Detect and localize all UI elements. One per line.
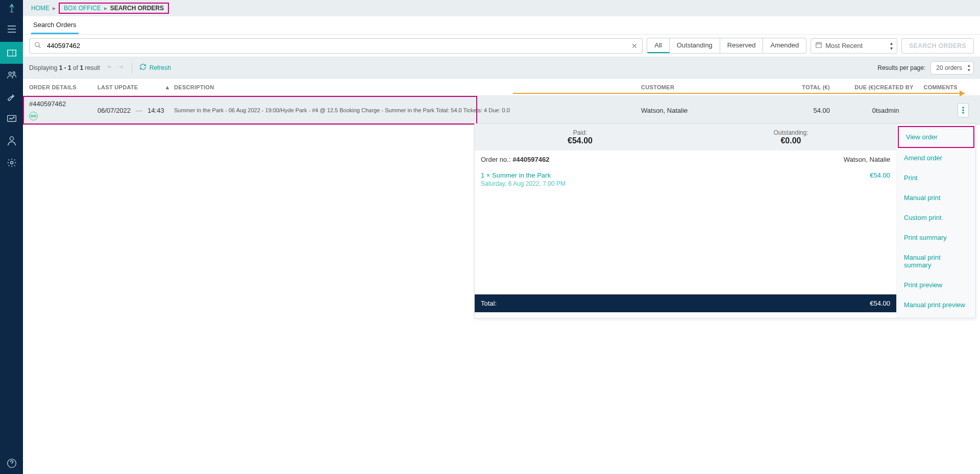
order-time: 14:43 [148, 107, 164, 114]
table-header: ORDER DETAILS LAST UPDATE▲ DESCRIPTION C… [23, 79, 980, 96]
menu-view-order[interactable]: View order [898, 126, 974, 148]
order-customer: Watson, Natalie [641, 107, 799, 114]
breadcrumb-sep: ▸ [53, 5, 56, 12]
menu-print-summary[interactable]: Print summary [897, 228, 975, 247]
search-input[interactable] [29, 38, 643, 54]
popover-summary: Paid: €54.00 Outstanding: €0.00 [475, 124, 896, 151]
paid-label: Paid: [479, 129, 681, 136]
search-toolbar: ✕ All Outstanding Reserved Amended Most … [23, 35, 980, 57]
breadcrumb-box-office[interactable]: BOX OFFICE [64, 5, 101, 12]
dash-separator: — [136, 107, 142, 114]
popover-order-row: Order no.: #440597462 Watson, Natalie [475, 151, 896, 168]
order-popover: Paid: €54.00 Outstanding: €0.00 Order no… [474, 123, 976, 318]
line-item-price: €54.00 [870, 171, 890, 179]
page-next-icon[interactable] [117, 64, 125, 71]
filter-reserved[interactable]: Reserved [720, 38, 764, 53]
order-no-value: #440597462 [512, 156, 549, 163]
line-item-subtext: Saturday, 6 Aug 2022, 7:00 PM [475, 180, 896, 192]
svg-point-4 [10, 136, 13, 140]
order-total: 54.00 [799, 107, 830, 114]
page-tabs: Search Orders [23, 16, 980, 35]
ticket-status-icon: BB [29, 112, 38, 120]
svg-point-7 [35, 42, 39, 46]
line-item-name: 1 × Summer in the Park [481, 171, 551, 179]
refresh-button[interactable]: Refresh [139, 63, 171, 72]
nav-customers-icon[interactable] [0, 64, 23, 86]
order-id: #440597462 [29, 100, 97, 108]
svg-point-0 [9, 72, 11, 74]
chevrons-vertical-icon: ▴▾ [968, 63, 970, 72]
sort-asc-icon: ▲ [164, 84, 170, 90]
order-description: Summer in the Park - 06 Aug 2022 - 19:00… [174, 107, 641, 113]
menu-custom-print[interactable]: Custom print [897, 208, 975, 228]
tab-search-orders[interactable]: Search Orders [31, 17, 79, 34]
hamburger-menu-icon[interactable] [0, 16, 23, 42]
results-header: Displaying 1 - 1 of 1 result Refresh Res… [23, 57, 980, 79]
svg-point-11 [963, 112, 964, 114]
column-description[interactable]: DESCRIPTION [174, 84, 641, 90]
order-due: 0 [830, 107, 876, 114]
popover-total-row: Total: €54.00 [475, 294, 896, 312]
results-per-page-label: Results per page: [877, 64, 925, 71]
column-last-update[interactable]: LAST UPDATE▲ [97, 84, 174, 90]
menu-amend-order[interactable]: Amend order [897, 148, 975, 168]
popover-customer: Watson, Natalie [844, 156, 890, 163]
column-order-details[interactable]: ORDER DETAILS [29, 84, 97, 90]
results-count-text: Displaying 1 - 1 of 1 result [29, 64, 100, 71]
order-no-label: Order no.: [481, 156, 512, 163]
menu-manual-print-preview[interactable]: Manual print preview [897, 295, 975, 315]
refresh-label: Refresh [150, 64, 171, 71]
sort-dropdown[interactable]: Most Recent ▴▾ [811, 38, 897, 54]
sort-label: Most Recent [825, 42, 863, 49]
svg-rect-8 [816, 43, 822, 47]
chevrons-vertical-icon: ▴▾ [890, 41, 893, 51]
total-label: Total: [481, 300, 497, 307]
column-due[interactable]: DUE (€) [830, 84, 876, 90]
svg-point-5 [10, 161, 13, 164]
table-row[interactable]: #440597462 BB 06/07/2022 — 14:43 Summer … [23, 96, 980, 125]
total-value: €54.00 [870, 300, 890, 307]
outstanding-value: €0.00 [690, 136, 892, 145]
nav-reports-icon[interactable] [0, 108, 23, 130]
paid-value: €54.00 [479, 136, 681, 145]
app-logo [0, 0, 23, 16]
svg-point-3 [13, 116, 14, 117]
menu-manual-print-summary[interactable]: Manual print summary [897, 247, 975, 275]
svg-point-9 [963, 107, 964, 109]
order-date: 06/07/2022 [97, 107, 131, 114]
filter-amended[interactable]: Amended [763, 38, 806, 53]
nav-settings-icon[interactable] [0, 152, 23, 173]
popover-actions-menu: View order Amend order Print Manual prin… [896, 124, 975, 318]
results-per-page-select[interactable]: 20 orders ▴▾ [930, 61, 974, 74]
column-created-by[interactable]: CREATED BY [876, 84, 919, 90]
filter-all[interactable]: All [647, 38, 669, 53]
nav-help-icon[interactable] [0, 452, 23, 474]
main-content: HOME ▸ BOX OFFICE ▸ SEARCH ORDERS Search… [23, 0, 980, 474]
page-prev-icon[interactable] [106, 64, 113, 71]
menu-print[interactable]: Print [897, 168, 975, 188]
column-comments[interactable]: COMMENTS [919, 84, 958, 90]
clear-search-icon[interactable]: ✕ [631, 42, 638, 50]
nav-tickets-icon[interactable] [0, 42, 23, 64]
row-actions-menu-icon[interactable] [958, 103, 969, 117]
order-created-by: tsadmin [876, 107, 919, 114]
filter-tabs: All Outstanding Reserved Amended [647, 38, 806, 54]
nav-tools-icon[interactable] [0, 86, 23, 108]
svg-rect-2 [7, 115, 16, 121]
column-customer[interactable]: CUSTOMER [641, 84, 799, 90]
menu-manual-print[interactable]: Manual print [897, 188, 975, 208]
menu-print-preview[interactable]: Print preview [897, 275, 975, 295]
popover-line-item[interactable]: 1 × Summer in the Park €54.00 [475, 168, 896, 180]
refresh-icon [139, 63, 146, 72]
breadcrumb-current: SEARCH ORDERS [110, 5, 164, 12]
search-icon [34, 41, 41, 50]
breadcrumb-home[interactable]: HOME [31, 5, 50, 12]
nav-profile-icon[interactable] [0, 130, 23, 152]
search-orders-button[interactable]: SEARCH ORDERS [901, 38, 974, 54]
svg-point-1 [13, 71, 15, 73]
outstanding-label: Outstanding: [690, 129, 892, 136]
filter-outstanding[interactable]: Outstanding [670, 38, 720, 53]
breadcrumb-sep: ▸ [104, 5, 107, 12]
breadcrumb: HOME ▸ BOX OFFICE ▸ SEARCH ORDERS [23, 0, 980, 16]
column-total[interactable]: TOTAL (€) [799, 84, 830, 90]
